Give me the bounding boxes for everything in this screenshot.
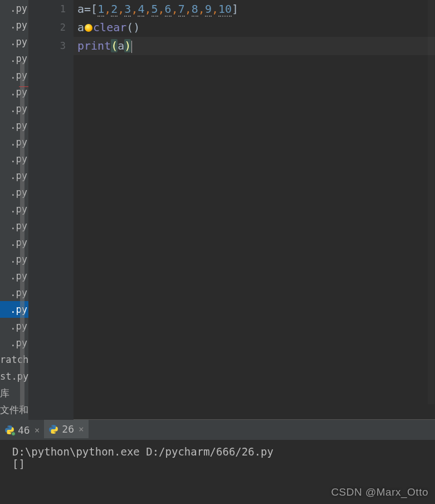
console-line: [] bbox=[12, 458, 25, 470]
text-cursor bbox=[131, 41, 132, 53]
code-line-3[interactable]: print(a) bbox=[74, 37, 435, 55]
editor-scrollbar[interactable] bbox=[428, 0, 434, 404]
file-item[interactable]: .py bbox=[0, 0, 28, 17]
run-tabs: 46 × 26 × bbox=[0, 420, 435, 440]
running-indicator-icon bbox=[11, 432, 16, 436]
close-icon[interactable]: × bbox=[35, 425, 40, 435]
file-item[interactable]: .py bbox=[0, 17, 28, 33]
code-line-1[interactable]: a=[1,2,3,4,5,6,7,8,9,10] bbox=[74, 0, 435, 18]
run-tab-label: 46 bbox=[18, 424, 30, 436]
file-item[interactable]: .py bbox=[0, 33, 28, 50]
python-icon bbox=[48, 424, 58, 434]
line-number: 1 bbox=[29, 0, 74, 18]
line-number: 3 bbox=[29, 37, 74, 55]
editor[interactable]: 1 2 3 a=[1,2,3,4,5,6,7,8,9,10] aclear() … bbox=[29, 0, 435, 420]
intention-bulb-icon[interactable] bbox=[85, 24, 92, 32]
sidebar-scrollbar[interactable] bbox=[20, 61, 25, 413]
line-number: 2 bbox=[29, 18, 74, 37]
watermark: CSDN @Marx_Otto bbox=[331, 486, 428, 498]
error-marker bbox=[19, 86, 29, 87]
close-icon[interactable]: × bbox=[79, 424, 84, 434]
python-icon bbox=[4, 425, 14, 435]
console-line: D:\python\python.exe D:/pycharm/666/26.p… bbox=[12, 445, 273, 458]
project-sidebar[interactable]: .py .py .py .py .py .py .py .py .py .py … bbox=[0, 0, 29, 420]
code-area[interactable]: a=[1,2,3,4,5,6,7,8,9,10] aclear() print(… bbox=[74, 0, 435, 420]
run-tab-label: 26 bbox=[62, 423, 74, 435]
gutter: 1 2 3 bbox=[29, 0, 74, 420]
run-tab-46[interactable]: 46 × bbox=[0, 420, 44, 440]
code-line-2[interactable]: aclear() bbox=[74, 18, 435, 37]
run-tab-26[interactable]: 26 × bbox=[44, 420, 88, 440]
